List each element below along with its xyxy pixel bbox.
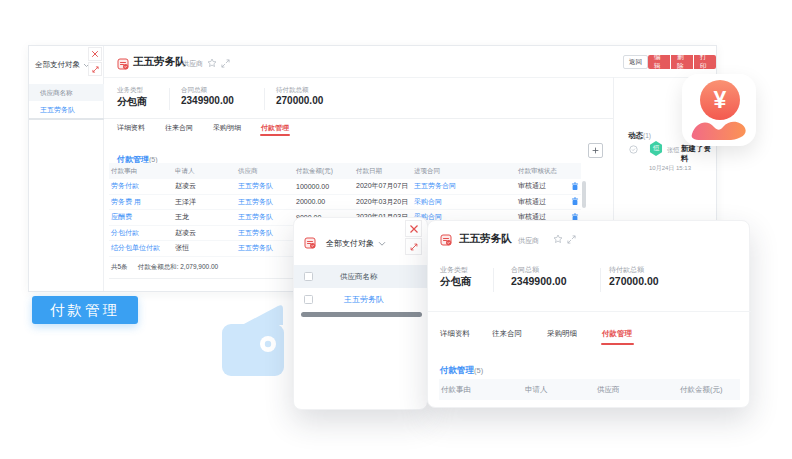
- action-button-group: 编辑 删除 打印: [648, 55, 716, 69]
- star-icon[interactable]: [207, 58, 217, 68]
- payment-app-icon-card: ¥: [682, 74, 756, 146]
- pay-date: 2020年07月07日: [354, 181, 412, 191]
- horizontal-scrollbar[interactable]: [301, 312, 422, 317]
- supplier-link[interactable]: 王五劳务队: [236, 197, 294, 207]
- payment-reason-link[interactable]: 劳务费 用: [109, 197, 173, 207]
- active-tab-underline: [601, 343, 634, 345]
- payment-reason-link[interactable]: 应酬费: [109, 212, 173, 222]
- popup-list-row[interactable]: 王五劳务队: [294, 288, 429, 310]
- share-icon[interactable]: [567, 235, 576, 244]
- select-all-checkbox[interactable]: [304, 272, 313, 281]
- share-icon[interactable]: [221, 59, 230, 68]
- amount-sum: 付款金额总和: 2,079,900.00: [138, 263, 219, 272]
- delete-icon[interactable]: [571, 182, 579, 191]
- table-row[interactable]: 劳务付款 赵凌云 王五劳务队 100000.00 2020年07月07日 王五劳…: [109, 179, 581, 195]
- stat-label: 合同总额: [511, 265, 539, 275]
- document-icon: [304, 237, 316, 249]
- stat-value: 270000.00: [609, 275, 659, 287]
- stat-label: 业务类型: [440, 265, 468, 275]
- tab-payment-management[interactable]: 付款管理: [602, 329, 632, 339]
- edit-button[interactable]: 编辑: [648, 55, 670, 69]
- yuan-symbol: ¥: [714, 87, 727, 113]
- delete-icon[interactable]: [571, 197, 579, 206]
- left-panel-row[interactable]: 王五劳务队: [29, 101, 104, 118]
- activity-title-text: 动态: [628, 131, 643, 140]
- payment-reason-link[interactable]: 分包付款: [109, 228, 173, 238]
- supplier-link[interactable]: 王五劳务队: [344, 294, 384, 305]
- stat-divider: [493, 268, 494, 292]
- stat-value: 分包商: [440, 275, 472, 289]
- amount: 20000.00: [294, 198, 354, 205]
- stat-value: 270000.00: [276, 95, 323, 106]
- payment-reason-link[interactable]: 劳务付款: [109, 181, 173, 191]
- tab-payment-management[interactable]: 付款管理: [261, 123, 289, 133]
- supplier-link[interactable]: 王五劳务队: [236, 212, 294, 222]
- supplier-link[interactable]: 王五劳务队: [236, 181, 294, 191]
- section-count: (5): [474, 366, 483, 375]
- popup-detail-window: 王五劳务队 供应商 业务类型 分包商 合同总额 2349900.00 待付款总额…: [427, 220, 750, 408]
- col-header: 付款审核状态: [516, 167, 567, 176]
- supplier-link[interactable]: 王五劳务队: [236, 228, 294, 238]
- supplier-link[interactable]: 王五劳务队: [236, 243, 294, 253]
- close-button[interactable]: [405, 220, 422, 237]
- document-icon: [440, 234, 452, 246]
- col-header: 进项合同: [412, 167, 516, 176]
- col-header: 付款金额(元): [294, 167, 354, 176]
- payment-reason-link[interactable]: 结分包单位付款: [109, 243, 173, 253]
- left-panel-divider: [29, 118, 104, 120]
- close-button[interactable]: [88, 47, 102, 61]
- applicant: 赵凌云: [173, 228, 236, 238]
- audit-status: 审核通过: [516, 181, 567, 191]
- back-button[interactable]: 返回: [623, 55, 648, 69]
- object-selector[interactable]: 全部支付对象: [326, 238, 386, 249]
- close-icon: [409, 224, 419, 234]
- expand-icon: [409, 242, 419, 252]
- pay-date: 2020年03月20日: [354, 197, 412, 207]
- row-checkbox[interactable]: [304, 295, 313, 304]
- add-payment-button[interactable]: [588, 143, 603, 158]
- col-header: 付款事由: [439, 385, 523, 395]
- expand-button[interactable]: [88, 62, 102, 76]
- popup-stats-divider: [428, 311, 751, 312]
- star-icon[interactable]: [553, 234, 563, 244]
- active-tab-underline: [260, 134, 290, 136]
- tab-purchase-detail[interactable]: 采购明细: [213, 123, 241, 133]
- stat-divider: [600, 268, 601, 292]
- vertical-scrollbar[interactable]: [582, 181, 586, 208]
- col-header: 付款事由: [109, 167, 173, 176]
- popup-list-column-header: 供应商名称: [340, 272, 378, 282]
- stat-value: 2349900.00: [511, 275, 566, 287]
- titlebar-divider: [104, 77, 718, 78]
- activity-user: 张恒: [667, 146, 679, 155]
- print-button[interactable]: 打印: [694, 55, 716, 69]
- contract-link[interactable]: 采购合同: [412, 197, 516, 207]
- delete-button[interactable]: 删除: [671, 55, 693, 69]
- stat-divider: [169, 88, 170, 110]
- tab-details[interactable]: 详细资料: [117, 123, 145, 133]
- document-icon: [117, 58, 129, 70]
- page-title: 王五劳务队: [133, 55, 186, 69]
- stat-label: 待付款总额: [276, 86, 309, 95]
- wallet-illustration: [218, 298, 288, 382]
- expand-button[interactable]: [405, 238, 422, 255]
- table-row[interactable]: 劳务费 用 王泽洋 王五劳务队 20000.00 2020年03月20日 采购合…: [109, 195, 581, 211]
- object-selector[interactable]: 全部支付对象: [35, 60, 90, 70]
- object-selector-label: 全部支付对象: [35, 60, 80, 70]
- tab-contracts[interactable]: 往来合同: [165, 123, 193, 133]
- tab-details[interactable]: 详细资料: [440, 329, 470, 339]
- col-header: 申请人: [173, 167, 236, 176]
- tab-contracts[interactable]: 往来合同: [492, 329, 522, 339]
- activity-status-icon: [629, 145, 638, 154]
- section-title: 付款管理(5): [440, 359, 483, 377]
- stats-divider: [104, 118, 613, 119]
- section-title-text: 付款管理: [440, 365, 474, 375]
- stat-value: 分包商: [117, 95, 147, 109]
- tab-purchase-detail[interactable]: 采购明细: [547, 329, 577, 339]
- left-panel: 全部支付对象 供应商名称 王五劳务队: [29, 46, 104, 291]
- expand-icon: [91, 65, 100, 74]
- activity-time: 10月24日 15:13: [649, 164, 691, 173]
- contract-link[interactable]: 王五劳务合同: [412, 181, 516, 191]
- activity-count: (1): [643, 132, 651, 139]
- col-header: 供应商: [595, 385, 678, 395]
- module-label: 付款管理: [32, 296, 138, 324]
